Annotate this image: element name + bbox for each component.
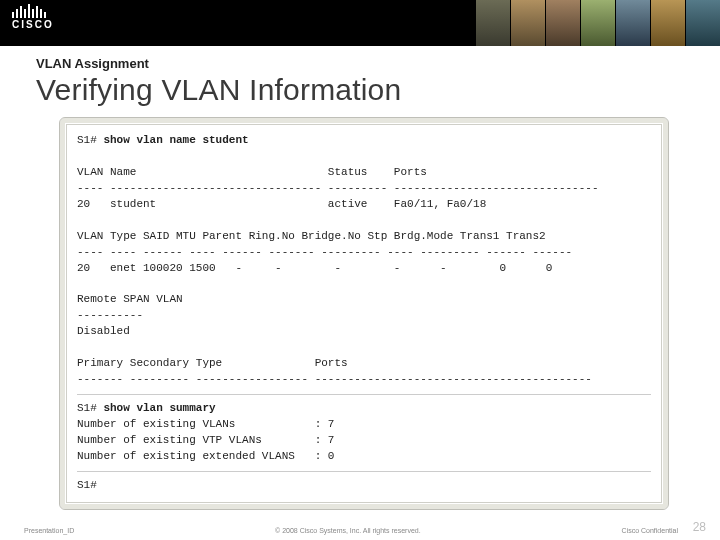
prompt-line: S1# show vlan name student	[77, 134, 249, 146]
separator	[77, 471, 651, 472]
logo-bars-icon	[12, 4, 54, 18]
summary-line-3: Number of existing extended VLANS : 0	[77, 450, 334, 462]
rspan-label: Remote SPAN VLAN	[77, 293, 183, 305]
terminal-panel: S1# show vlan name student VLAN Name Sta…	[59, 117, 669, 510]
footer-center: © 2008 Cisco Systems, Inc. All rights re…	[74, 527, 621, 534]
slide-kicker: VLAN Assignment	[36, 56, 692, 71]
table-row-2: 20 enet 100020 1500 - - - - - 0 0	[77, 262, 552, 274]
command-2: show vlan summary	[103, 402, 215, 414]
rspan-rule: ----------	[77, 309, 143, 321]
table-row-1: 20 student active Fa0/11, Fa0/18	[77, 198, 486, 210]
footer: Presentation_ID © 2008 Cisco Systems, In…	[0, 527, 720, 534]
prompt-line-3: S1#	[77, 479, 97, 491]
table-header-2: VLAN Type SAID MTU Parent Ring.No Bridge…	[77, 230, 546, 242]
table-rule-3: ------- --------- ----------------- ----…	[77, 373, 592, 385]
table-rule-1: ---- -------------------------------- --…	[77, 182, 599, 194]
separator	[77, 394, 651, 395]
brand-text: CISCO	[12, 19, 54, 30]
disabled-label: Disabled	[77, 325, 130, 337]
prompt-line-2: S1# show vlan summary	[77, 402, 216, 414]
command-1: show vlan name student	[103, 134, 248, 146]
summary-line-1: Number of existing VLANs : 7	[77, 418, 334, 430]
summary-line-2: Number of existing VTP VLANs : 7	[77, 434, 334, 446]
table-header-1: VLAN Name Status Ports	[77, 166, 427, 178]
table-header-3: Primary Secondary Type Ports	[77, 357, 348, 369]
header-photos	[475, 0, 720, 46]
slide-content: VLAN Assignment Verifying VLAN Informati…	[0, 46, 720, 510]
footer-left: Presentation_ID	[24, 527, 74, 534]
header-bar: CISCO	[0, 0, 720, 46]
terminal-output: S1# show vlan name student VLAN Name Sta…	[66, 124, 662, 503]
table-rule-2: ---- ---- ------ ---- ------ ------- ---…	[77, 246, 572, 258]
cisco-logo: CISCO	[12, 4, 54, 30]
page-number: 28	[693, 520, 706, 534]
slide-title: Verifying VLAN Information	[36, 73, 692, 107]
footer-right: Cisco Confidential	[622, 527, 678, 534]
